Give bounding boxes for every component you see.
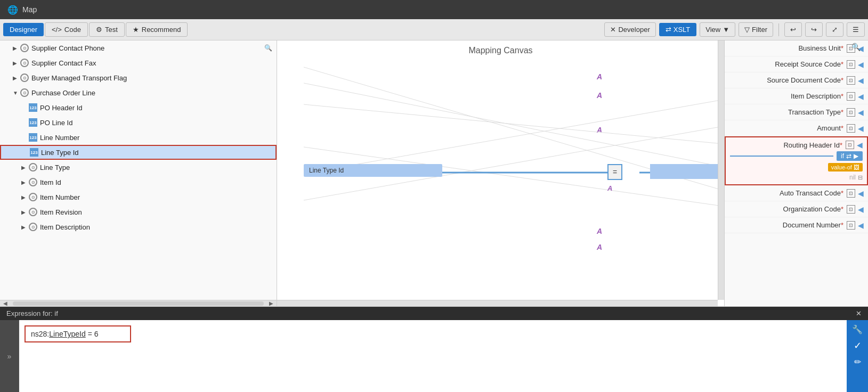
right-item-item-description: Item Description* ⊡ ◀ (725, 88, 868, 104)
source-box: Line Type Id (304, 164, 442, 177)
check-icon[interactable]: ✓ (854, 340, 862, 352)
arrow-left-icon[interactable]: ◀ (858, 108, 864, 117)
field-icon: ⊙ (20, 88, 29, 97)
title-bar: 🌐 Map (0, 0, 868, 19)
left-scrollbar[interactable]: ◀ ▶ (0, 300, 277, 306)
value-of-box: value-of 🖼 (828, 163, 863, 172)
expand-arrow-icon: ▶ (13, 75, 20, 81)
expand-arrow-icon: ▶ (21, 209, 29, 215)
scroll-right-icon[interactable]: ▶ (266, 300, 277, 306)
sidebar-item-line-number[interactable]: 123 Line Number (0, 130, 277, 145)
designer-button[interactable]: Designer (3, 23, 44, 36)
camera-icon[interactable]: ⊡ (847, 44, 855, 53)
camera-icon[interactable]: ⊡ (847, 60, 855, 69)
right-item-amount: Amount* ⊡ ◀ (725, 120, 868, 136)
right-item-routing-header-id: Routing Header Id* ⊡ ◀ if ⇄ ▶ value-of 🖼 (725, 136, 868, 185)
camera-icon[interactable]: ⊡ (847, 124, 855, 133)
camera-icon[interactable]: ⊡ (847, 189, 855, 198)
arrow-right-icon: ▶ (854, 152, 858, 160)
if-node[interactable]: if ⇄ ▶ (650, 164, 724, 179)
expression-body: » ns28:LineTypeId = 6 🔧 ✓ ✏ (0, 320, 868, 392)
filter-button[interactable]: ▽ Filter (739, 22, 773, 37)
options-button[interactable]: ☰ (847, 22, 865, 37)
code-button[interactable]: </> Code (45, 22, 88, 37)
code-icon: </> (52, 26, 62, 34)
toolbar-right: ✕ Developer ⇄ XSLT View ▼ ▽ Filter ↩ ↪ ⤢… (604, 22, 865, 37)
nil-icon: ⊟ (858, 174, 863, 181)
left-panel: ▶ ⊙ Supplier Contact Phone 🔍 ▶ ⊙ Supplie… (0, 40, 277, 306)
camera-icon[interactable]: ⊡ (847, 221, 855, 230)
scroll-left-icon[interactable]: ◀ (0, 300, 11, 306)
arrow-left-icon[interactable]: ◀ (858, 76, 864, 85)
redo-button[interactable]: ↪ (805, 22, 823, 37)
chevron-down-icon: ▼ (723, 26, 729, 34)
main-area: ▶ ⊙ Supplier Contact Phone 🔍 ▶ ⊙ Supplie… (0, 40, 868, 307)
app-title: Map (22, 5, 37, 14)
sidebar-item-buyer-managed-transport[interactable]: ▶ ⊙ Buyer Managed Transport Flag (0, 70, 277, 85)
equals-node[interactable]: = (607, 164, 622, 180)
routing-if-box[interactable]: if ⇄ ▶ (837, 151, 863, 161)
camera-icon[interactable]: ⊡ (847, 108, 855, 117)
pencil-icon[interactable]: ✏ (854, 357, 861, 367)
expression-panel: Expression for: if ✕ » ns28:LineTypeId =… (0, 307, 868, 392)
arrow-left-icon[interactable]: ◀ (858, 221, 864, 230)
sidebar-item-line-type-id[interactable]: 123 Line Type Id (0, 145, 277, 160)
field-icon: ⊙ (20, 44, 29, 52)
field-icon: ⊙ (29, 193, 37, 201)
developer-button[interactable]: ✕ Developer (604, 22, 655, 37)
sidebar-item-po-header-id[interactable]: 123 PO Header Id (0, 100, 277, 115)
sidebar-item-item-number[interactable]: ▶ ⊙ Item Number (0, 190, 277, 205)
arrow-left-icon[interactable]: ◀ (858, 44, 864, 53)
wrench-icon[interactable]: 🔧 (852, 324, 863, 334)
expand-arrow-icon: ▶ (21, 165, 29, 170)
right-item-receipt-source-code: Receipt Source Code* ⊡ ◀ (725, 56, 868, 72)
source-node-line-type-id: Line Type Id (304, 164, 442, 177)
field-icon: ⊙ (20, 59, 29, 67)
field-icon: ⊙ (29, 178, 37, 186)
arrow-left-icon[interactable]: ◀ (857, 141, 863, 149)
sidebar-item-supplier-contact-fax[interactable]: ▶ ⊙ Supplier Contact Fax (0, 55, 277, 70)
expression-underline-text: LineTypeId (49, 330, 86, 338)
expression-tools-panel: 🔧 ✓ ✏ (847, 320, 868, 392)
sidebar-item-purchase-order-line[interactable]: ▼ ⊙ Purchase Order Line (0, 85, 277, 100)
close-icon[interactable]: ✕ (856, 309, 862, 317)
filter-icon: ▽ (744, 26, 750, 34)
a-label-canvas: A (607, 184, 612, 192)
arrow-left-icon[interactable]: ◀ (858, 124, 864, 133)
toolbar-divider (778, 23, 779, 36)
arrow-left-icon[interactable]: ◀ (858, 60, 864, 69)
toolbar: Designer </> Code ⚙ Test ★ Recommend ✕ D… (0, 19, 868, 40)
expression-input[interactable]: ns28:LineTypeId = 6 (25, 325, 131, 342)
developer-icon: ✕ (610, 26, 616, 34)
camera-icon[interactable]: ⊡ (847, 92, 855, 101)
sidebar-item-po-line-id[interactable]: 123 PO Line Id (0, 115, 277, 130)
arrow-left-icon[interactable]: ◀ (858, 92, 864, 101)
camera-icon[interactable]: ⊡ (847, 205, 855, 214)
canvas-vertical-scrollbar[interactable] (718, 40, 724, 300)
expression-title: Expression for: if (6, 309, 58, 317)
svg-line-0 (304, 67, 724, 200)
right-item-document-number: Document Number* ⊡ ◀ (725, 217, 868, 233)
arrow-left-icon[interactable]: ◀ (858, 189, 864, 198)
sidebar-item-item-description[interactable]: ▶ ⊙ Item Description (0, 219, 277, 234)
sidebar-item-line-type[interactable]: ▶ ⊙ Line Type (0, 160, 277, 175)
view-button[interactable]: View ▼ (700, 22, 735, 37)
undo-button[interactable]: ↩ (784, 22, 802, 37)
sidebar-item-supplier-contact-phone[interactable]: ▶ ⊙ Supplier Contact Phone 🔍 (0, 40, 277, 55)
expand-arrow-icon: ▶ (13, 45, 20, 51)
xslt-button[interactable]: ⇄ XSLT (659, 23, 697, 36)
test-button[interactable]: ⚙ Test (89, 22, 125, 37)
search-icon[interactable]: 🔍 (264, 44, 272, 52)
sidebar-item-item-revision[interactable]: ▶ ⊙ Item Revision (0, 205, 277, 219)
canvas-horizontal-scrollbar[interactable] (277, 300, 718, 306)
recommend-button[interactable]: ★ Recommend (126, 22, 188, 37)
arrow-left-icon[interactable]: ◀ (858, 205, 864, 214)
sidebar-item-item-id[interactable]: ▶ ⊙ Item Id (0, 175, 277, 190)
right-item-organization-code: Organization Code* ⊡ ◀ (725, 201, 868, 217)
expand-button[interactable]: ⤢ (826, 22, 843, 37)
camera-icon[interactable]: ⊡ (846, 141, 854, 149)
camera-icon[interactable]: ⊡ (847, 76, 855, 85)
svg-line-5 (304, 120, 724, 200)
expression-expand-button[interactable]: » (0, 320, 19, 392)
split-icon: ⇄ (846, 152, 851, 160)
